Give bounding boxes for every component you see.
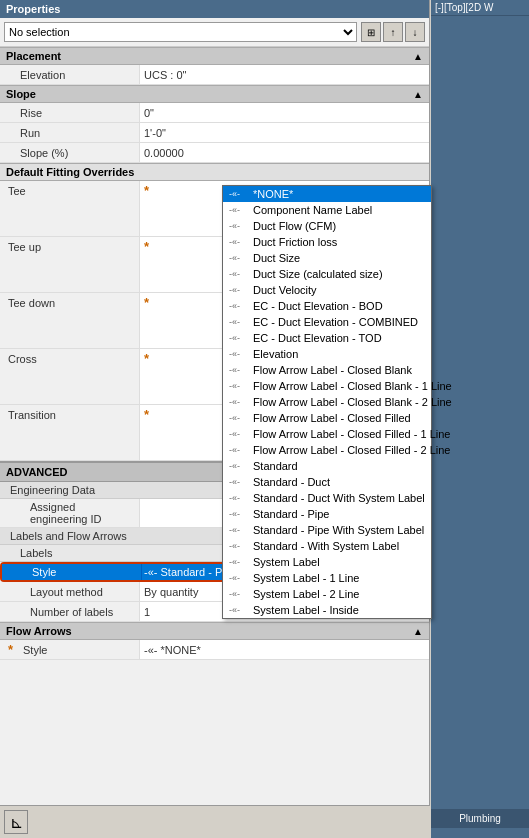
dropdown-item-icon: -«- [229,189,249,199]
dropdown-item[interactable]: -«-System Label - Inside [223,602,431,618]
dropdown-item[interactable]: -«-Duct Flow (CFM) [223,218,431,234]
dropdown-item[interactable]: -«-Standard - Pipe With System Label [223,522,431,538]
right-panel-top-label: [-][Top][2D W [431,0,529,16]
dropdown-item[interactable]: -«-Standard [223,458,431,474]
placement-arrow: ▲ [413,51,423,62]
dropdown-item[interactable]: -«-Standard - Duct [223,474,431,490]
dropdown-item-label: EC - Duct Elevation - COMBINED [253,316,418,328]
dropdown-item[interactable]: -«-System Label - 2 Line [223,586,431,602]
dropdown-item-icon: -«- [229,429,249,439]
slope-pct-value[interactable]: 0.00000 [140,143,429,162]
dropdown-item-icon: -«- [229,509,249,519]
dropdown-item[interactable]: -«-EC - Duct Elevation - TOD [223,330,431,346]
dropdown-item-icon: -«- [229,525,249,535]
dropdown-item[interactable]: -«-System Label - 1 Line [223,570,431,586]
cross-label: Cross [0,349,140,404]
dropdown-item-icon: -«- [229,365,249,375]
tee-up-label: Tee up [0,237,140,292]
dropdown-item-icon: -«- [229,413,249,423]
rise-value[interactable]: 0" [140,103,429,122]
dropdown-item-label: Duct Velocity [253,284,317,296]
dropdown-item-label: Elevation [253,348,298,360]
dropdown-item[interactable]: -«-EC - Duct Elevation - COMBINED [223,314,431,330]
flow-arrows-style-value[interactable]: -«- *NONE* [140,640,429,659]
toolbar-icon-btn[interactable]: ⊾ [4,810,28,834]
elevation-value[interactable]: UCS : 0" [140,65,429,84]
transition-star: * [144,407,156,422]
dropdown-item-icon: -«- [229,381,249,391]
dropdown-item[interactable]: -«-*NONE* [223,186,431,202]
right-panel-top-text: [-][Top][2D W [435,2,493,13]
default-fitting-label: Default Fitting Overrides [6,166,134,178]
dropdown-item[interactable]: -«-Component Name Label [223,202,431,218]
dropdown-item[interactable]: -«-Duct Size (calculated size) [223,266,431,282]
dropdown-item[interactable]: -«-Flow Arrow Label - Closed Blank - 1 L… [223,378,431,394]
slope-header[interactable]: Slope ▲ [0,85,429,103]
dropdown-item[interactable]: -«-Duct Size [223,250,431,266]
run-value[interactable]: 1'-0" [140,123,429,142]
default-fitting-header[interactable]: Default Fitting Overrides [0,163,429,181]
placement-header[interactable]: Placement ▲ [0,47,429,65]
flow-arrows-label: Flow Arrows [6,625,72,637]
dropdown-item-label: Duct Size [253,252,300,264]
dropdown-item-label: Standard - Pipe [253,508,329,520]
rise-row: Rise 0" [0,103,429,123]
selection-row: No selection ⊞ ↑ ↓ [0,18,429,47]
dropdown-item[interactable]: -«-Duct Velocity [223,282,431,298]
selection-dropdown[interactable]: No selection [4,22,357,42]
assigned-eng-id-label: Assigned engineering ID [0,499,140,527]
dropdown-item-label: Duct Friction loss [253,236,337,248]
flow-arrows-header[interactable]: Flow Arrows ▲ [0,622,429,640]
dropdown-item-icon: -«- [229,541,249,551]
icon-btn-3[interactable]: ↓ [405,22,425,42]
flow-arrows-style-label: * Style [0,640,140,659]
dropdown-item-icon: -«- [229,461,249,471]
dropdown-item[interactable]: -«-Flow Arrow Label - Closed Blank [223,362,431,378]
layout-method-label: Layout method [0,582,140,601]
dropdown-item[interactable]: -«-Elevation [223,346,431,362]
dropdown-item[interactable]: -«-Standard - With System Label [223,538,431,554]
run-row: Run 1'-0" [0,123,429,143]
slope-arrow: ▲ [413,89,423,100]
flow-arrows-style-row: * Style -«- *NONE* [0,640,429,660]
dropdown-item[interactable]: -«-Flow Arrow Label - Closed Filled [223,410,431,426]
dropdown-item-label: EC - Duct Elevation - BOD [253,300,383,312]
dropdown-item-label: Duct Size (calculated size) [253,268,383,280]
dropdown-item[interactable]: -«-Duct Friction loss [223,234,431,250]
dropdown-item-icon: -«- [229,301,249,311]
title-text: Properties [6,3,60,15]
dropdown-item-icon: -«- [229,493,249,503]
flow-arrows-star: * [8,642,20,657]
dropdown-item-label: Flow Arrow Label - Closed Filled [253,412,411,424]
dropdown-item[interactable]: -«-Flow Arrow Label - Closed Blank - 2 L… [223,394,431,410]
tee-star: * [144,183,156,198]
dropdown-item-label: System Label - 1 Line [253,572,359,584]
dropdown-item[interactable]: -«-System Label [223,554,431,570]
dropdown-item-label: System Label - 2 Line [253,588,359,600]
dropdown-item-label: Duct Flow (CFM) [253,220,336,232]
dropdown-item[interactable]: -«-Flow Arrow Label - Closed Filled - 2 … [223,442,431,458]
dropdown-item[interactable]: -«-Standard - Duct With System Label [223,490,431,506]
dropdown-item-label: Flow Arrow Label - Closed Blank - 2 Line [253,396,452,408]
flow-arrows-arrow: ▲ [413,626,423,637]
num-labels-label: Number of labels [0,602,140,621]
advanced-label: ADVANCED [6,466,68,478]
slope-pct-row: Slope (%) 0.00000 [0,143,429,163]
dropdown-item-icon: -«- [229,557,249,567]
dropdown-item[interactable]: -«-Standard - Pipe [223,506,431,522]
dropdown-item-label: EC - Duct Elevation - TOD [253,332,382,344]
tee-down-label: Tee down [0,293,140,348]
dropdown-item[interactable]: -«-Flow Arrow Label - Closed Filled - 1 … [223,426,431,442]
icon-btn-1[interactable]: ⊞ [361,22,381,42]
bottom-toolbar: ⊾ [0,805,430,838]
dropdown-item-label: Standard - With System Label [253,540,399,552]
dropdown-item-icon: -«- [229,317,249,327]
tee-down-star: * [144,295,156,310]
dropdown-item[interactable]: -«-EC - Duct Elevation - BOD [223,298,431,314]
labels-flow-arrows-label: Labels and Flow Arrows [10,530,127,542]
dropdown-item-label: *NONE* [253,188,293,200]
dropdown-item-icon: -«- [229,253,249,263]
icon-btn-2[interactable]: ↑ [383,22,403,42]
slope-pct-label: Slope (%) [0,143,140,162]
tee-up-star: * [144,239,156,254]
